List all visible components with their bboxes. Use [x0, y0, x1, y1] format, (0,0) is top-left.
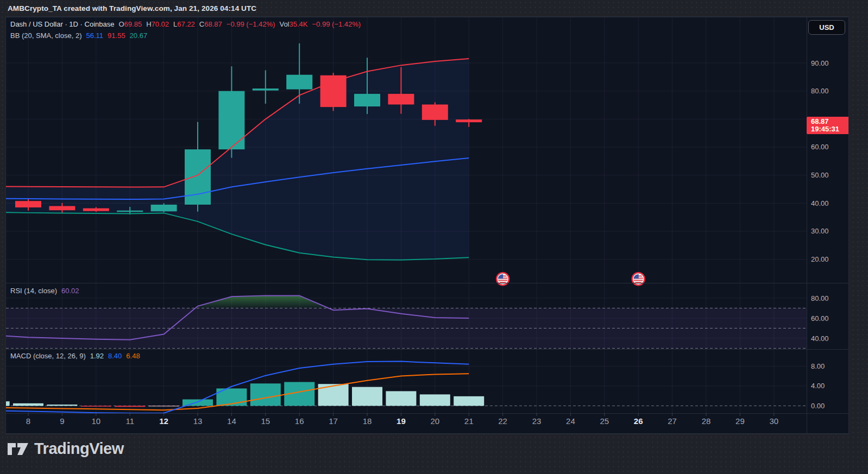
candle-body-day-11: [117, 211, 143, 212]
bb-lower-value: 20.67: [130, 31, 148, 40]
time-tick-label: 27: [668, 416, 677, 426]
macd-hist-bar: [318, 384, 349, 406]
time-tick-label: 15: [261, 416, 270, 426]
macd-hist-value: 1.92: [90, 352, 104, 360]
tradingview-logo[interactable]: TradingView: [8, 440, 124, 458]
candle-body-day-10: [83, 208, 109, 211]
macd-legend[interactable]: MACD (close, 12, 26, 9) 1.92 8.40 6.48: [10, 352, 140, 360]
time-tick-label: 29: [735, 416, 745, 426]
page: AMBCrypto_TA created with TradingView.co…: [0, 0, 868, 474]
time-tick-label: 9: [60, 416, 64, 426]
time-tick-label: 21: [464, 416, 474, 426]
macd-hist-bar: [386, 391, 416, 406]
price-tick-label: 60.00: [811, 143, 829, 151]
ohlc-low: L67.22: [173, 20, 195, 28]
time-tick-label: 20: [430, 416, 439, 426]
time-tick-label: 19: [397, 416, 406, 426]
bb-band-fill: [6, 59, 469, 260]
macd-hist-bar: [115, 406, 145, 407]
macd-hist-bar: [352, 387, 382, 406]
bb-upper-value: 91.55: [108, 31, 125, 40]
candle-body-day-18: [354, 94, 380, 106]
macd-hist-bar: [420, 394, 450, 406]
price-tick-label: 50.00: [811, 171, 829, 179]
time-tick-label: 26: [634, 416, 643, 426]
attribution-bar: AMBCrypto_TA created with TradingView.co…: [8, 0, 256, 16]
price-change: −0.99 (−1.42%): [227, 20, 275, 28]
macd-tick-label: 0.00: [811, 402, 825, 410]
rsi-tick-label: 40.00: [811, 334, 829, 343]
time-tick-label: 14: [227, 416, 236, 426]
last-price-value: 68.87: [811, 118, 849, 125]
candle-body-day-9: [49, 206, 75, 210]
candle-body-day-17: [320, 75, 347, 107]
ohlc-close: C68.87: [199, 20, 222, 28]
time-tick-label: 17: [329, 416, 338, 426]
candle-body-day-13: [185, 149, 211, 205]
candle-body-day-20: [422, 104, 448, 119]
rsi-value: 60.02: [61, 287, 79, 295]
candle-body-day-21: [456, 119, 482, 122]
price-tick-label: 40.00: [811, 199, 829, 207]
macd-hist-bar: [250, 383, 281, 406]
macd-tick-label: 8.00: [811, 362, 825, 370]
rsi-label: RSI (14, close): [10, 287, 57, 295]
rsi-tick-label: 60.00: [811, 314, 829, 323]
macd-hist-bar: [454, 396, 484, 406]
last-price-label: 68.87 19:45:31: [807, 117, 849, 134]
price-tick-label: 20.00: [811, 255, 829, 263]
time-axis-labels: 8910111213141516171819202122232425262728…: [26, 416, 778, 426]
rsi-tick-label: 80.00: [811, 294, 829, 302]
macd-hist-bar: [47, 405, 77, 406]
price-axis-labels: 90.0080.0070.0060.0050.0040.0030.0020.00…: [811, 59, 829, 410]
time-tick-label: 18: [363, 416, 372, 426]
price-tick-label: 30.00: [811, 227, 829, 235]
chart-canvas[interactable]: 90.0080.0070.0060.0050.0040.0030.0020.00…: [6, 17, 848, 434]
bb-legend[interactable]: BB (20, SMA, close, 2) 56.11 91.55 20.67: [10, 31, 147, 40]
attribution-text: AMBCrypto_TA created with TradingView.co…: [8, 4, 256, 12]
ohlc-open: O69.85: [118, 20, 142, 28]
candle-body-day-16: [286, 75, 312, 90]
bb-basis-value: 56.11: [86, 31, 104, 40]
time-tick-label: 24: [566, 416, 575, 426]
logo-text: TradingView: [34, 440, 124, 458]
time-tick-label: 11: [125, 416, 134, 426]
chart-widget: 90.0080.0070.0060.0050.0040.0030.0020.00…: [5, 16, 849, 434]
rsi-overbought-fill: [196, 295, 329, 308]
price-tick-label: 80.00: [811, 87, 829, 95]
time-tick-label: 13: [193, 416, 203, 426]
candle-body-day-15: [253, 89, 279, 91]
time-tick-label: 12: [159, 416, 168, 426]
time-tick-label: 10: [91, 416, 100, 426]
macd-hist-bar: [149, 406, 179, 406]
volume: Vol35.4K: [279, 20, 307, 28]
candle-body-day-14: [218, 91, 244, 149]
candle-body-day-8: [15, 201, 41, 207]
macd-hist-bar: [81, 406, 111, 406]
macd-hist-bar: [6, 401, 10, 406]
time-tick-label: 16: [295, 416, 304, 426]
ohlc-high: H70.02: [146, 20, 169, 28]
time-tick-label: 28: [702, 416, 711, 426]
time-tick-label: 30: [769, 416, 778, 426]
time-tick-label: 22: [498, 416, 507, 426]
tradingview-glyph-icon: [8, 441, 29, 457]
macd-line-value: 8.40: [108, 352, 122, 360]
price-tick-label: 90.00: [811, 59, 829, 67]
bar-countdown: 19:45:31: [811, 125, 849, 133]
bb-label: BB (20, SMA, close, 2): [10, 31, 82, 40]
candle-body-day-19: [388, 94, 414, 105]
candle-body-day-12: [151, 205, 177, 211]
symbol-title: Dash / US Dollar · 1D · Coinbase: [10, 20, 114, 28]
currency-button[interactable]: USD: [808, 20, 845, 35]
rsi-legend[interactable]: RSI (14, close) 60.02: [10, 287, 79, 295]
macd-tick-label: 4.00: [811, 382, 825, 390]
time-tick-label: 25: [600, 416, 609, 426]
time-tick-label: 8: [26, 416, 30, 426]
time-tick-label: 23: [532, 416, 542, 426]
volume-change: −0.99 (−1.42%): [312, 20, 361, 28]
macd-hist-bar: [13, 403, 43, 406]
macd-signal-value: 6.48: [126, 352, 140, 360]
symbol-legend[interactable]: Dash / US Dollar · 1D · Coinbase O69.85 …: [10, 20, 361, 28]
macd-label: MACD (close, 12, 26, 9): [10, 352, 86, 360]
